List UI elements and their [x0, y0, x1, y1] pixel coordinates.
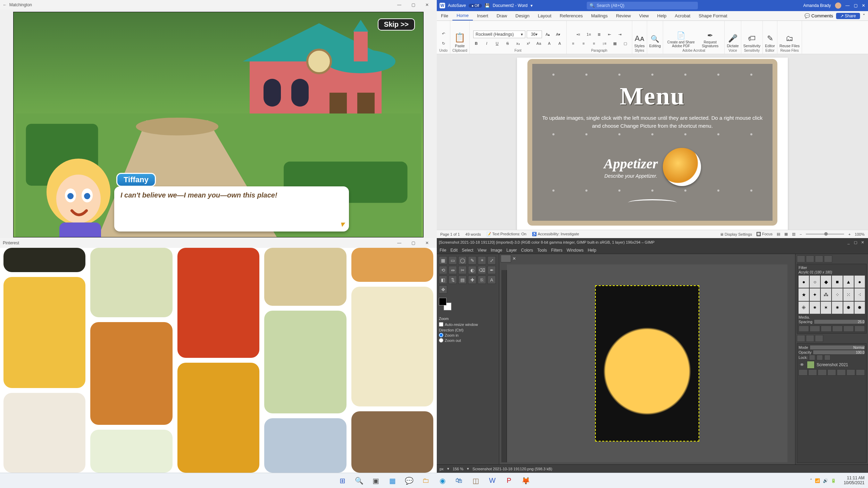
- text-predictions[interactable]: 📝 Text Predictions: On: [486, 232, 526, 236]
- maximize-button[interactable]: ▢: [406, 2, 420, 7]
- tray-icon[interactable]: 🔊: [823, 478, 828, 483]
- align-right-icon[interactable]: ≡: [590, 39, 599, 48]
- share-button[interactable]: ↗ Share: [836, 13, 860, 19]
- dialog-box[interactable]: I can't believe we—I mean you—own this p…: [114, 186, 349, 232]
- matchington-titlebar[interactable]: ← Matchington — ▢ ✕: [0, 0, 437, 10]
- view-web-icon[interactable]: ▥: [792, 232, 795, 236]
- tool-button[interactable]: ✚: [468, 276, 476, 284]
- tool-button[interactable]: ⎘: [478, 276, 486, 284]
- tool-button[interactable]: ◯: [458, 256, 467, 264]
- pin-card[interactable]: [177, 248, 259, 358]
- appetizer-sub[interactable]: Describe your Appetizer.: [604, 173, 658, 179]
- opacity-input[interactable]: [813, 350, 865, 355]
- numbering-icon[interactable]: 1≡: [584, 30, 593, 39]
- pin-card[interactable]: [90, 322, 172, 425]
- focus-button[interactable]: 🔲 Focus: [756, 232, 773, 236]
- tray-icon[interactable]: 🔋: [831, 478, 836, 483]
- gimp-titlebar[interactable]: [Screenshot 2021-10-18 191120] (imported…: [437, 238, 868, 246]
- zoom-value[interactable]: 100%: [855, 232, 865, 236]
- pinterest-grid[interactable]: [3, 248, 433, 473]
- tray-icon[interactable]: ˄: [810, 478, 812, 483]
- taskbar-gimp-icon[interactable]: 🦊: [520, 475, 532, 487]
- menu-tools[interactable]: Tools: [537, 248, 547, 253]
- brush-new-icon[interactable]: [810, 326, 820, 332]
- appetizer-heading[interactable]: Appetizer: [604, 155, 658, 172]
- ruler-vertical[interactable]: [501, 270, 507, 462]
- taskbar[interactable]: ⊞🔍▣▦💬🗀◉🛍◫WP🦊 ˄📶🔊🔋 11:11 AM 10/05/2021: [0, 473, 868, 488]
- lock-position-icon[interactable]: [817, 355, 823, 360]
- taskbar-word-icon[interactable]: W: [486, 475, 498, 487]
- menu-edit[interactable]: Edit: [450, 248, 458, 253]
- continue-icon[interactable]: ▾: [340, 220, 344, 229]
- font-size-select[interactable]: 36 ▾: [527, 31, 542, 38]
- brushes-tab[interactable]: [797, 255, 805, 262]
- menu-select[interactable]: Select: [462, 248, 473, 253]
- tab-shape-format[interactable]: Shape Format: [694, 11, 731, 20]
- brush-del-icon[interactable]: [832, 326, 843, 332]
- layers-tab[interactable]: [797, 335, 805, 342]
- view-print-icon[interactable]: ▦: [784, 232, 788, 236]
- menu-layer[interactable]: Layer: [507, 248, 517, 253]
- layer-name[interactable]: Screenshot 2021: [817, 362, 848, 367]
- tray-icon[interactable]: 📶: [815, 478, 820, 483]
- zoom-level[interactable]: 156 %: [453, 467, 464, 471]
- menu-view[interactable]: View: [477, 248, 486, 253]
- shading-icon[interactable]: ▦: [610, 39, 619, 48]
- zoom-slider[interactable]: [806, 234, 844, 235]
- layer-new-icon[interactable]: [799, 369, 808, 376]
- instruction-text[interactable]: To update images, single click with the …: [539, 114, 766, 130]
- taskbar-edge-icon[interactable]: ◉: [436, 475, 448, 487]
- font-color-button[interactable]: A: [555, 39, 564, 48]
- channels-tab[interactable]: [806, 335, 814, 342]
- tool-button[interactable]: ✥: [439, 285, 447, 294]
- skip-button[interactable]: Skip >>: [378, 18, 415, 31]
- pin-card[interactable]: [177, 363, 259, 473]
- menu-file[interactable]: File: [440, 248, 446, 253]
- doc-dropdown-icon[interactable]: ▾: [531, 3, 533, 8]
- taskbar-store-icon[interactable]: 🛍: [453, 475, 465, 487]
- game-viewport[interactable]: Skip >> Tiffany I can't believe we—I mea…: [13, 12, 424, 237]
- font-s-button[interactable]: S: [503, 39, 512, 48]
- tool-button[interactable]: ◧: [439, 276, 447, 284]
- menu-colors[interactable]: Colors: [521, 248, 533, 253]
- tab-design[interactable]: Design: [511, 11, 534, 20]
- taskbar-search-icon[interactable]: 🔍: [353, 475, 365, 487]
- patterns-tab[interactable]: [806, 255, 814, 262]
- layer-down-icon[interactable]: [827, 369, 836, 376]
- redo-icon[interactable]: ↻: [439, 39, 448, 48]
- menu-card-shape[interactable]: Menu To update images, single click with…: [527, 59, 777, 226]
- word-count[interactable]: 49 words: [465, 232, 481, 236]
- taskbar-start-icon[interactable]: ⊞: [336, 475, 348, 487]
- tab-view[interactable]: View: [635, 11, 653, 20]
- menu-windows[interactable]: Windows: [567, 248, 584, 253]
- spacing-input[interactable]: [814, 319, 865, 324]
- search-box[interactable]: 🔍 Search (Alt+Q): [587, 2, 698, 9]
- grow-font-icon[interactable]: A▴: [543, 30, 552, 39]
- tool-button[interactable]: ▦: [439, 256, 447, 264]
- paste-icon[interactable]: 📋: [454, 32, 465, 43]
- line-spacing-icon[interactable]: ↕≡: [600, 39, 609, 48]
- close-button[interactable]: ✕: [420, 2, 434, 7]
- shrink-font-icon[interactable]: A▾: [554, 30, 563, 39]
- brush-dup-icon[interactable]: [821, 326, 831, 332]
- editing-icon[interactable]: 🔍: [651, 35, 659, 43]
- tab-insert[interactable]: Insert: [473, 11, 493, 20]
- tab-home[interactable]: Home: [452, 11, 473, 20]
- appetizer-image[interactable]: [663, 148, 701, 186]
- request-sig-button[interactable]: ✒Request Signatures: [698, 31, 722, 48]
- tool-button[interactable]: ✒: [487, 266, 496, 274]
- indent-dec-icon[interactable]: ⇤: [605, 30, 614, 39]
- display-settings[interactable]: 🖥 Display Settings: [720, 232, 752, 236]
- canvas-image[interactable]: [595, 285, 699, 441]
- mode-select[interactable]: [810, 345, 865, 350]
- tool-button[interactable]: ◐: [468, 266, 476, 274]
- styles-icon[interactable]: Aᴀ: [635, 34, 644, 43]
- tab-references[interactable]: References: [556, 11, 587, 20]
- page[interactable]: Menu To update images, single click with…: [517, 58, 788, 230]
- create-pdf-button[interactable]: 📄Create and Share Adobe PDF: [665, 31, 696, 48]
- tool-button[interactable]: ⇅: [449, 276, 457, 284]
- layer-visibility-icon[interactable]: 👁: [799, 362, 805, 367]
- undo-icon[interactable]: ↶: [439, 29, 448, 38]
- back-icon[interactable]: ←: [3, 2, 7, 7]
- align-left-icon[interactable]: ≡: [569, 39, 578, 48]
